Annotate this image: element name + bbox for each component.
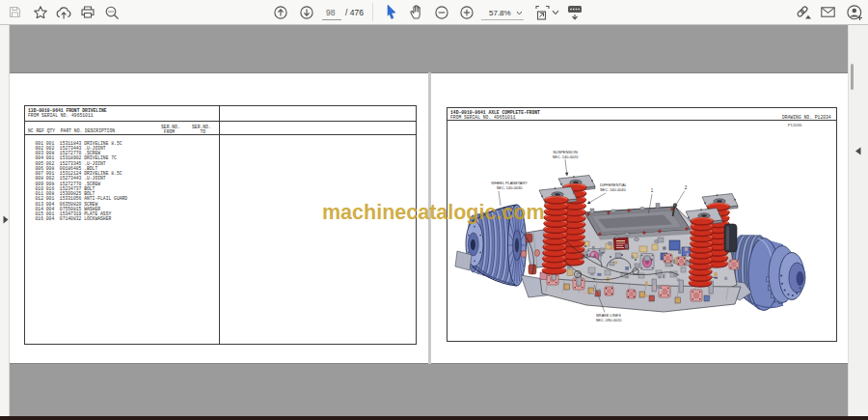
svg-text:1: 1 — [651, 188, 654, 193]
svg-text:SEC. 140-0020: SEC. 140-0020 — [553, 154, 579, 159]
svg-text:SEC. 140-0030: SEC. 140-0030 — [497, 185, 523, 190]
svg-text:2: 2 — [685, 185, 688, 190]
svg-text:SEC. 140-0040: SEC. 140-0040 — [600, 187, 626, 192]
svg-text:SEC. 090-0020: SEC. 090-0020 — [596, 318, 622, 322]
